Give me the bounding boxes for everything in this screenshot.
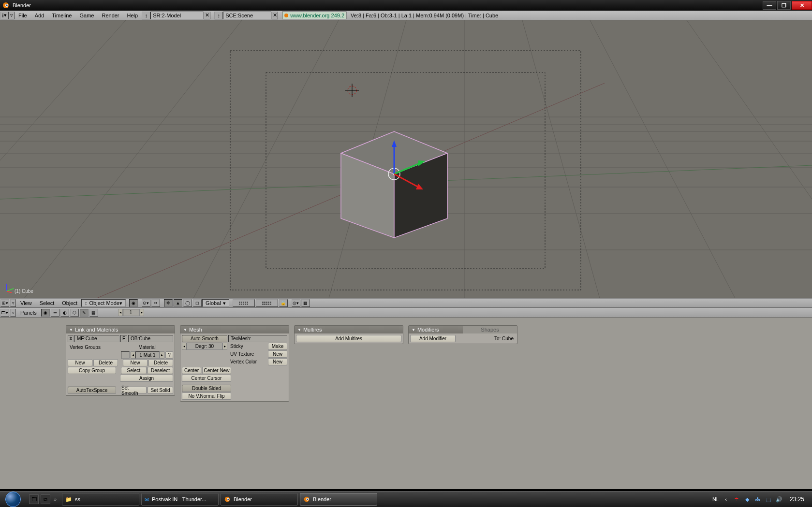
mat-help-button[interactable]: ? <box>165 351 173 359</box>
tray-icon-2[interactable]: ◆ <box>743 495 751 503</box>
view3d-menu-select[interactable]: Select <box>36 300 59 306</box>
maximize-button[interactable]: ❐ <box>777 1 791 10</box>
minimize-button[interactable]: — <box>763 1 776 10</box>
vgroup-new-button[interactable]: New <box>68 359 92 366</box>
scene-delete-button[interactable]: ✕ <box>271 12 278 19</box>
scene-browse-icon[interactable]: ↕ <box>214 12 223 19</box>
layers-set1[interactable] <box>233 299 255 307</box>
vgroup-delete-button[interactable]: Delete <box>93 359 118 366</box>
view3d-menu-view[interactable]: View <box>16 300 36 306</box>
sticky-make-button[interactable]: Make <box>268 343 287 350</box>
pivot-icon[interactable]: ⊙▾ <box>142 299 150 307</box>
menu-add[interactable]: Add <box>31 13 48 18</box>
me-name-field[interactable]: ME:Cube <box>74 335 119 342</box>
mat-select-button[interactable]: Select <box>121 367 147 374</box>
close-button[interactable]: ✕ <box>792 1 812 10</box>
screen-delete-button[interactable]: ✕ <box>204 12 210 19</box>
buttons-collapse-icon[interactable]: ▿ <box>10 309 16 317</box>
frame-spinner[interactable]: ◂ 1 ▸ <box>118 309 144 316</box>
task-ss[interactable]: 📁ss <box>62 493 139 506</box>
f-button[interactable]: F <box>120 335 127 342</box>
context-logic-icon[interactable]: ◉ <box>41 309 50 317</box>
start-button[interactable] <box>0 492 26 507</box>
shading-solid-icon[interactable]: ◉ <box>129 299 138 307</box>
double-sided-button[interactable]: Double Sided <box>182 385 231 392</box>
mat-assign-button[interactable]: Assign <box>120 375 173 382</box>
buttons-type-icon[interactable]: 🗔▾ <box>0 309 9 317</box>
blender-link[interactable]: www.blender.org 249.2 <box>282 12 347 19</box>
mat-index-spinner[interactable]: ◂ 1 Mat 1 ▸ <box>131 351 164 359</box>
tray-icon-4[interactable]: ⬚ <box>765 495 772 503</box>
mat-color-swatch[interactable] <box>121 351 130 359</box>
center-new-button[interactable]: Center New <box>202 367 231 374</box>
3d-viewport[interactable]: (1) Cube <box>0 20 812 298</box>
show-desktop-icon[interactable]: 🗔 <box>29 494 39 504</box>
context-shading-icon[interactable]: ◐ <box>60 309 69 317</box>
antivirus-icon[interactable]: ☂ <box>733 495 740 503</box>
menu-file[interactable]: File <box>15 13 31 18</box>
add-multires-button[interactable]: Add Multires <box>296 335 401 342</box>
svg-point-48 <box>307 498 308 500</box>
layer-lock-icon[interactable]: 🔒 <box>279 299 288 307</box>
center-cursor-button[interactable]: Center Cursor <box>182 375 231 382</box>
set-smooth-button[interactable]: Set Smooth <box>121 387 147 394</box>
no-vnormal-flip-button[interactable]: No V.Normal Flip <box>182 392 231 400</box>
mat-deselect-button[interactable]: Deselect <box>148 367 173 374</box>
auto-smooth-button[interactable]: Auto Smooth <box>182 335 227 342</box>
task-thunderbird[interactable]: ✉Postvak IN - Thunder... <box>141 493 219 506</box>
network-icon[interactable]: 🖧 <box>754 495 762 503</box>
scale-manip-icon[interactable]: ◻ <box>193 299 202 307</box>
screen-field[interactable]: SR:2-Model <box>150 12 204 19</box>
context-object-icon[interactable]: ⬡ <box>70 309 79 317</box>
clock[interactable]: 23:25 <box>786 496 808 503</box>
proportional-icon[interactable]: ◎▾ <box>292 299 300 307</box>
render-preview-icon[interactable]: ▦ <box>301 299 310 307</box>
switch-windows-icon[interactable]: ⧉ <box>41 494 50 504</box>
view3d-collapse-icon[interactable]: ▿ <box>10 299 16 307</box>
info-icon-button[interactable]: i▾ <box>0 12 9 19</box>
add-modifier-button[interactable]: Add Modifier <box>410 335 456 342</box>
tray-expand-icon[interactable]: ‹ <box>722 495 730 503</box>
header-collapse-icon[interactable]: ▿ <box>9 12 15 19</box>
center-button[interactable]: Center <box>182 367 201 374</box>
uv-new-button[interactable]: New <box>268 350 287 358</box>
manipulator-toggle-icon[interactable]: ✥ <box>164 299 173 307</box>
pivot-align-icon[interactable]: •• <box>151 299 160 307</box>
ob-name-field[interactable]: OB:Cube <box>128 335 173 342</box>
mat-new-button[interactable]: New <box>123 359 148 366</box>
autotexspace-button[interactable]: AutoTexSpace <box>68 387 116 394</box>
editor-type-icon[interactable]: ⊞▾ <box>0 299 9 307</box>
context-scene-icon[interactable]: ▦ <box>89 309 98 317</box>
vcolor-new-button[interactable]: New <box>268 358 287 365</box>
menu-help[interactable]: Help <box>123 13 142 18</box>
lang-indicator[interactable]: NL <box>712 496 719 502</box>
ql-expand-icon[interactable]: » <box>52 494 58 504</box>
shapes-tab[interactable]: Shapes <box>463 326 517 333</box>
task-blender-2[interactable]: Blender <box>300 493 377 506</box>
volume-icon[interactable]: 🔊 <box>775 495 783 503</box>
scene-field[interactable]: SCE:Scene <box>223 12 271 19</box>
mode-dropdown[interactable]: ↕Object Mode▾ <box>81 299 126 307</box>
copy-group-button[interactable]: Copy Group <box>68 367 116 374</box>
translate-manip-icon[interactable]: ▲ <box>174 299 182 307</box>
mini-axis-icon <box>5 282 15 293</box>
system-tray: NL ‹ ☂ ◆ 🖧 ⬚ 🔊 23:25 <box>709 495 812 503</box>
context-script-icon[interactable]: ☰ <box>51 309 59 317</box>
texmesh-field[interactable]: TexMesh: <box>228 335 287 342</box>
menu-render[interactable]: Render <box>98 13 123 18</box>
context-editing-icon[interactable]: ✎ <box>80 309 89 317</box>
menu-timeline[interactable]: Timeline <box>48 13 75 18</box>
me-browse[interactable]: ⇕ <box>68 335 74 342</box>
panel-mesh: ▼Mesh Auto Smooth TexMesh: ◂Degr: 30▸ St… <box>180 325 289 402</box>
screen-browse-icon[interactable]: ↕ <box>142 12 150 19</box>
rotate-manip-icon[interactable]: ◯ <box>183 299 192 307</box>
set-solid-button[interactable]: Set Solid <box>148 387 173 394</box>
menu-game[interactable]: Game <box>75 13 98 18</box>
orientation-dropdown[interactable]: Global▾ <box>202 299 229 307</box>
task-blender-1[interactable]: Blender <box>221 493 298 506</box>
panels-menu[interactable]: Panels <box>16 310 41 316</box>
degr-spinner[interactable]: ◂Degr: 30▸ <box>182 343 227 350</box>
view3d-menu-object[interactable]: Object <box>58 300 81 306</box>
layers-set2[interactable] <box>256 299 278 307</box>
mat-delete-button[interactable]: Delete <box>148 359 173 366</box>
